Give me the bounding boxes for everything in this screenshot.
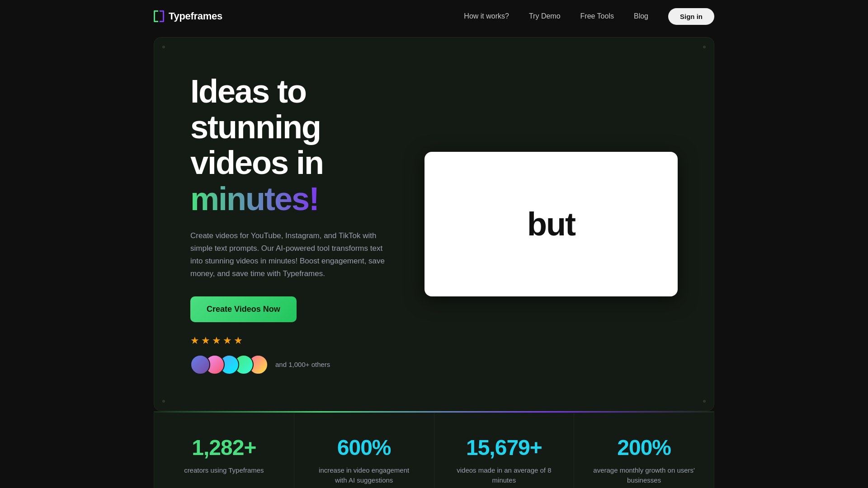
stat-label-growth: average monthly growth on users' busines… [592, 465, 696, 486]
corner-dot-tl [162, 46, 165, 48]
cta-button[interactable]: Create Videos Now [190, 296, 297, 322]
video-preview: but [425, 152, 678, 296]
star-2: ★ [201, 335, 210, 347]
nav-blog[interactable]: Blog [634, 12, 648, 20]
navbar: Typeframes How it works? Try Demo Free T… [0, 0, 868, 33]
hero-title-minutes: minutes! [190, 181, 319, 217]
hero-title: Ideas to stunning videos in minutes! [190, 74, 388, 217]
logo-text: Typeframes [169, 10, 222, 22]
star-5: ★ [234, 335, 243, 347]
stat-videos-made: 15,679+ videos made in an average of 8 m… [434, 413, 575, 488]
stat-growth: 200% average monthly growth on users' bu… [574, 413, 714, 488]
corner-dot-bl [162, 400, 165, 403]
star-4: ★ [223, 335, 232, 347]
nav-links: How it works? Try Demo Free Tools Blog S… [464, 8, 714, 25]
corner-dot-tr [703, 46, 706, 48]
stars-row: ★ ★ ★ ★ ★ [190, 335, 388, 347]
stat-label-videos: videos made in an average of 8 minutes [453, 465, 556, 486]
stat-number-growth: 200% [592, 435, 696, 460]
hero-section: Ideas to stunning videos in minutes! Cre… [154, 37, 714, 411]
corner-dot-br [703, 400, 706, 403]
nav-free-tools[interactable]: Free Tools [580, 12, 614, 20]
nav-how-it-works[interactable]: How it works? [464, 12, 509, 20]
video-word: but [527, 206, 575, 243]
stat-number-creators: 1,282+ [172, 435, 276, 460]
logo[interactable]: Typeframes [154, 10, 222, 22]
avatar-1 [190, 355, 210, 375]
hero-left: Ideas to stunning videos in minutes! Cre… [190, 74, 388, 375]
logo-icon [154, 10, 164, 22]
star-1: ★ [190, 335, 199, 347]
stat-number-videos: 15,679+ [453, 435, 556, 460]
hero-description: Create videos for YouTube, Instagram, an… [190, 230, 388, 280]
sign-in-button[interactable]: Sign in [668, 8, 714, 25]
hero-right: but [425, 152, 678, 296]
stat-number-engagement: 600% [312, 435, 416, 460]
stat-label-engagement: increase in video engagement with AI sug… [312, 465, 416, 486]
others-text: and 1,000+ others [275, 361, 330, 368]
star-3: ★ [212, 335, 221, 347]
stat-engagement: 600% increase in video engagement with A… [294, 413, 434, 488]
stat-label-creators: creators using Typeframes [172, 465, 276, 476]
hero-title-line1: Ideas to stunning [190, 73, 321, 145]
hero-title-line2: videos in [190, 145, 323, 181]
avatars-row: and 1,000+ others [190, 355, 388, 375]
stats-section: 1,282+ creators using Typeframes 600% in… [154, 413, 714, 488]
stat-creators: 1,282+ creators using Typeframes [154, 413, 294, 488]
nav-try-demo[interactable]: Try Demo [529, 12, 561, 20]
